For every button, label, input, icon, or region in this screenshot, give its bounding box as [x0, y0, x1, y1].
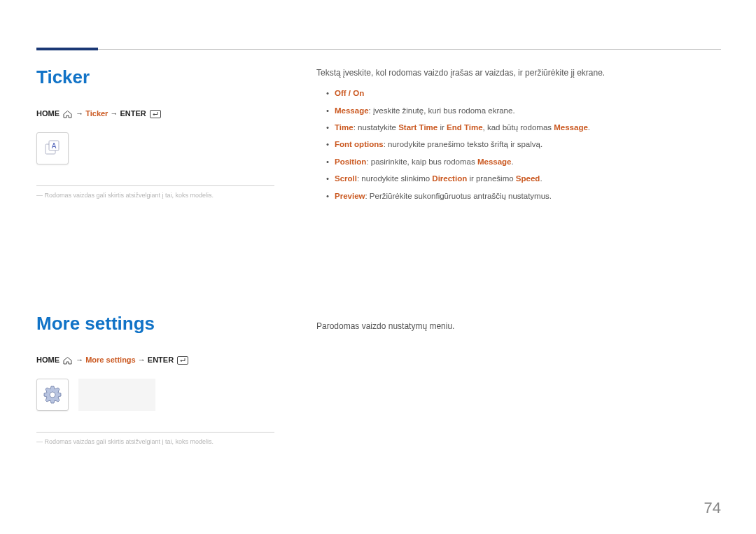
section-more-settings: More settings HOME → More settings → ENT…	[36, 313, 722, 445]
ticker-breadcrumb: HOME → Ticker → ENTER	[36, 109, 288, 118]
section-ticker: Ticker HOME → Ticker → ENTER A	[36, 66, 722, 206]
more-breadcrumb: HOME → More settings → ENTER	[36, 356, 288, 365]
ticker-tile-row: A	[36, 132, 288, 164]
more-tile	[36, 379, 69, 411]
enter-icon	[177, 356, 188, 365]
divider	[36, 432, 274, 433]
more-tile-placeholder	[78, 379, 155, 411]
ticker-right-column: Tekstą įveskite, kol rodomas vaizdo įraš…	[288, 66, 694, 206]
svg-text:A: A	[52, 142, 57, 150]
breadcrumb-arrow-1: →	[76, 109, 83, 118]
breadcrumb-mid: More settings	[85, 356, 136, 364]
breadcrumb-home: HOME	[36, 109, 59, 118]
more-tile-row	[36, 379, 288, 411]
ticker-tile-icon: A	[43, 139, 62, 158]
breadcrumb-enter: ENTER	[148, 356, 174, 364]
more-right-column: Parodomas vaizdo nustatymų meniu.	[288, 313, 694, 340]
divider	[36, 185, 274, 186]
more-title: More settings	[36, 313, 288, 335]
ticker-title: Ticker	[36, 66, 288, 88]
opt-position: Position: pasirinkite, kaip bus rodomas …	[326, 155, 694, 168]
ticker-footnote: Rodomas vaizdas gali skirtis atsižvelgia…	[36, 192, 288, 199]
home-icon	[63, 357, 72, 365]
enter-icon	[150, 110, 161, 118]
top-rule-accent	[36, 48, 98, 50]
more-lead: Parodomas vaizdo nustatymų meniu.	[316, 320, 694, 333]
ticker-lead: Tekstą įveskite, kol rodomas vaizdo įraš…	[316, 66, 694, 80]
opt-message: Message: įveskite žinutę, kuri bus rodom…	[326, 104, 694, 117]
opt-scroll: Scroll: nurodykite slinkimo Direction ir…	[326, 172, 694, 185]
ticker-left-column: Ticker HOME → Ticker → ENTER A	[36, 66, 288, 199]
svg-rect-4	[178, 357, 188, 365]
svg-point-5	[50, 392, 55, 398]
gear-icon	[42, 384, 63, 405]
breadcrumb-arrow-1: →	[76, 356, 83, 364]
breadcrumb-home: HOME	[36, 356, 59, 364]
opt-preview: Preview: Peržiūrėkite sukonfigūruotus an…	[326, 190, 694, 202]
opt-font: Font options: nurodykite pranešimo tekst…	[326, 138, 694, 150]
home-icon	[63, 111, 72, 118]
opt-time: Time: nustatykite Start Time ir End Time…	[326, 121, 694, 134]
page-number: 74	[704, 499, 721, 517]
ticker-options-list: Off / On Message: įveskite žinutę, kuri …	[316, 87, 694, 202]
more-footnote: Rodomas vaizdas gali skirtis atsižvelgia…	[36, 438, 288, 445]
ticker-tile: A	[36, 132, 69, 164]
breadcrumb-mid: Ticker	[85, 109, 108, 118]
opt-off-on: Off / On	[326, 87, 694, 99]
breadcrumb-enter: ENTER	[120, 109, 146, 118]
more-left-column: More settings HOME → More settings → ENT…	[36, 313, 288, 445]
breadcrumb-arrow-2: →	[110, 109, 118, 118]
breadcrumb-arrow-2: →	[138, 356, 146, 364]
top-rule	[36, 49, 721, 50]
svg-rect-0	[150, 111, 160, 118]
